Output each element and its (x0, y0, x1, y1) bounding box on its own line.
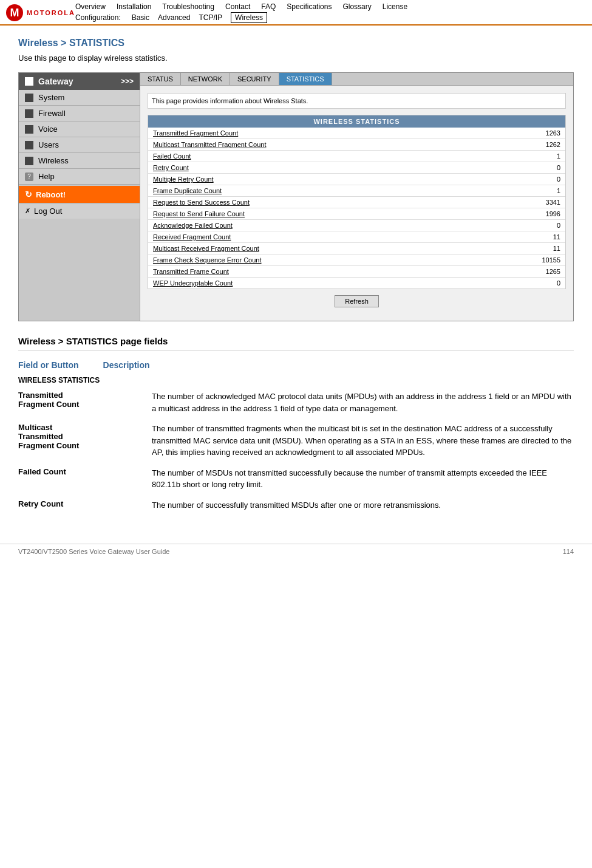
fields-col1-header: Field or Button (18, 360, 79, 370)
table-row: Multiple Retry Count 0 (148, 174, 565, 185)
firewall-icon (25, 109, 33, 118)
sidebar-item-help[interactable]: ? Help (19, 169, 140, 185)
field-name-multicast-transmitted: MulticastTransmittedFragment Count (18, 423, 152, 459)
stat-value-5: 1 (524, 187, 560, 194)
table-row: WEP Undecryptable Count 0 (148, 278, 565, 289)
table-row: Failed Count 1 (148, 151, 565, 162)
sidebar: Gateway >>> System Firewall Voice Users (19, 73, 140, 321)
nav-contact[interactable]: Contact (225, 2, 250, 11)
tab-status[interactable]: STATUS (140, 73, 181, 85)
nav-overview[interactable]: Overview (75, 2, 106, 11)
field-row-failed: Failed Count The number of MSDUs not tra… (18, 467, 574, 491)
tab-statistics[interactable]: STATISTICS (279, 73, 332, 85)
table-row: Multicast Received Fragment Count 11 (148, 243, 565, 255)
sidebar-wireless-label: Wireless (38, 156, 69, 165)
sidebar-logout-button[interactable]: ✗ Log Out (19, 203, 140, 219)
field-name-retry: Retry Count (18, 499, 152, 511)
top-navigation: M MOTOROLA Overview Installation Trouble… (0, 0, 592, 26)
table-row: Request to Send Failure Count 1996 (148, 208, 565, 220)
page-subtitle: Use this page to display wireless statis… (18, 53, 574, 63)
table-row: Transmitted Frame Count 1265 (148, 266, 565, 278)
sidebar-reboot-button[interactable]: ↻ Reboot! (19, 186, 140, 203)
table-row: Retry Count 0 (148, 162, 565, 174)
stat-value-0: 1263 (524, 129, 560, 137)
stat-label-13[interactable]: WEP Undecryptable Count (153, 279, 524, 287)
tab-network[interactable]: NETWORK (181, 73, 230, 85)
sidebar-users-label: Users (38, 140, 59, 149)
system-icon (25, 94, 33, 102)
stat-label-6[interactable]: Request to Send Success Count (153, 199, 524, 206)
tab-security[interactable]: SECURITY (230, 73, 279, 85)
sidebar-firewall-label: Firewall (38, 109, 66, 118)
stat-label-12[interactable]: Transmitted Frame Count (153, 268, 524, 275)
logout-icon: ✗ (25, 207, 30, 215)
table-row: Received Fragment Count 11 (148, 231, 565, 243)
stat-label-0[interactable]: Transmitted Fragment Count (153, 129, 524, 137)
stat-label-10[interactable]: Multicast Received Fragment Count (153, 245, 524, 252)
sidebar-gateway[interactable]: Gateway >>> (19, 73, 140, 90)
stat-value-2: 1 (524, 152, 560, 160)
sidebar-gateway-label: Gateway (38, 77, 73, 86)
right-panel: STATUS NETWORK SECURITY STATISTICS This … (140, 73, 573, 321)
nav-config-label: Configuration: (75, 13, 121, 22)
sidebar-gateway-arrow: >>> (121, 77, 134, 86)
stat-value-7: 1996 (524, 210, 560, 217)
sidebar-item-voice[interactable]: Voice (19, 121, 140, 137)
main-content: Wireless > STATISTICS Use this page to d… (0, 26, 592, 531)
stat-label-11[interactable]: Frame Check Sequence Error Count (153, 256, 524, 264)
stats-table: WIRELESS STATISTICS Transmitted Fragment… (148, 115, 566, 289)
stats-table-header: WIRELESS STATISTICS (148, 115, 565, 128)
stat-label-4[interactable]: Multiple Retry Count (153, 176, 524, 183)
sidebar-item-wireless[interactable]: Wireless (19, 153, 140, 169)
gateway-icon (25, 77, 33, 86)
table-row: Acknowledge Failed Count 0 (148, 220, 565, 231)
stat-value-3: 0 (524, 164, 560, 171)
field-desc-multicast-transmitted: The number of transmitted fragments when… (152, 423, 574, 459)
nav-faq[interactable]: FAQ (261, 2, 276, 11)
panel-tabs: STATUS NETWORK SECURITY STATISTICS (140, 73, 573, 86)
nav-advanced[interactable]: Advanced (158, 13, 190, 22)
nav-tcpip[interactable]: TCP/IP (199, 13, 222, 22)
nav-license[interactable]: License (383, 2, 407, 11)
stat-value-13: 0 (524, 279, 560, 287)
nav-row2: Configuration: Basic Advanced TCP/IP Wir… (75, 12, 586, 23)
nav-specifications[interactable]: Specifications (287, 2, 332, 11)
stat-label-7[interactable]: Request to Send Failure Count (153, 210, 524, 217)
stat-label-5[interactable]: Frame Duplicate Count (153, 187, 524, 194)
field-desc-retry: The number of successfully transmitted M… (152, 499, 574, 511)
stat-label-1[interactable]: Multicast Transmitted Fragment Count (153, 141, 524, 148)
stat-value-9: 11 (524, 233, 560, 241)
stat-value-11: 10155 (524, 256, 560, 264)
field-desc-failed: The number of MSDUs not transmitted succ… (152, 467, 574, 491)
reboot-icon: ↻ (25, 190, 32, 199)
nav-glossary[interactable]: Glossary (342, 2, 371, 11)
table-row: Frame Duplicate Count 1 (148, 185, 565, 197)
stat-label-9[interactable]: Received Fragment Count (153, 233, 524, 241)
motorola-logo-text: MOTOROLA (27, 9, 75, 16)
stat-value-1: 1262 (524, 141, 560, 148)
page-title: Wireless > STATISTICS (18, 38, 574, 49)
fields-header: Field or Button Description (18, 360, 574, 370)
users-icon (25, 141, 33, 149)
sidebar-item-firewall[interactable]: Firewall (19, 106, 140, 121)
field-name-failed: Failed Count (18, 467, 152, 491)
nav-wireless[interactable]: Wireless (231, 12, 267, 23)
stat-label-8[interactable]: Acknowledge Failed Count (153, 222, 524, 229)
stat-label-3[interactable]: Retry Count (153, 164, 524, 171)
panel-body: This page provides information about Wir… (140, 86, 573, 321)
stat-label-2[interactable]: Failed Count (153, 152, 524, 160)
refresh-area: Refresh (148, 289, 566, 313)
nav-installation[interactable]: Installation (117, 2, 151, 11)
sidebar-item-users[interactable]: Users (19, 137, 140, 153)
footer-left: VT2400/VT2500 Series Voice Gateway User … (18, 548, 169, 555)
sidebar-voice-label: Voice (38, 125, 58, 134)
table-row: Frame Check Sequence Error Count 10155 (148, 255, 565, 266)
panel-info-text: This page provides information about Wir… (148, 93, 566, 109)
nav-troubleshooting[interactable]: Troubleshooting (162, 2, 214, 11)
wireless-icon (25, 157, 33, 165)
table-row: Transmitted Fragment Count 1263 (148, 128, 565, 139)
table-row: Request to Send Success Count 3341 (148, 197, 565, 208)
refresh-button[interactable]: Refresh (335, 295, 379, 307)
nav-basic[interactable]: Basic (132, 13, 149, 22)
sidebar-item-system[interactable]: System (19, 90, 140, 106)
